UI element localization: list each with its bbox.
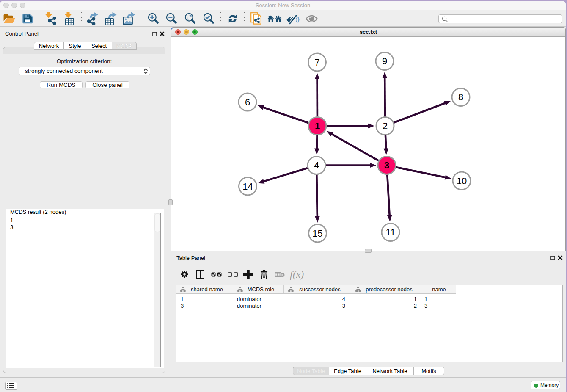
svg-text:10: 10 bbox=[457, 176, 467, 186]
svg-text:15: 15 bbox=[312, 228, 322, 239]
svg-text:7: 7 bbox=[314, 57, 319, 68]
svg-text:11: 11 bbox=[386, 227, 396, 237]
svg-text:4: 4 bbox=[314, 160, 319, 171]
svg-text:9: 9 bbox=[382, 56, 387, 66]
svg-text:1: 1 bbox=[315, 121, 320, 131]
svg-text:3: 3 bbox=[384, 160, 389, 171]
svg-text:14: 14 bbox=[242, 181, 253, 192]
svg-text:6: 6 bbox=[245, 97, 250, 108]
svg-text:8: 8 bbox=[458, 92, 463, 102]
svg-text:2: 2 bbox=[383, 121, 388, 131]
